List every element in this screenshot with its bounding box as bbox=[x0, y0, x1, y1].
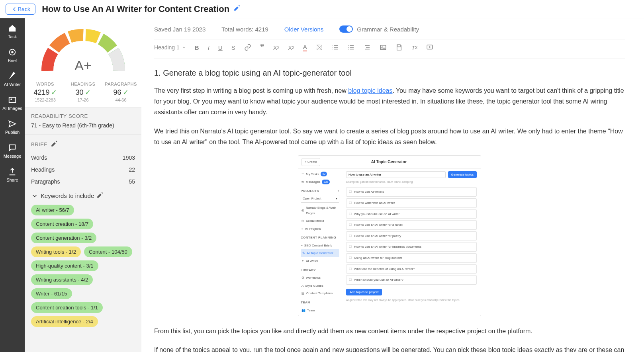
edit-title-icon[interactable] bbox=[233, 4, 241, 14]
target-icon bbox=[8, 48, 17, 57]
nav-rail: TaskBriefAI WriterAI ImagesPublishMessag… bbox=[0, 18, 25, 352]
svg-point-3 bbox=[10, 98, 12, 100]
embedded-screenshot: + Create AI Topic Generator ☰My Tasks40 … bbox=[298, 155, 481, 316]
keyword-pill[interactable]: Writing tools - 1/2 bbox=[31, 246, 81, 257]
send-icon bbox=[8, 119, 17, 128]
embed-topic-row: What are the benefits of using an AI wri… bbox=[346, 264, 477, 274]
document-content[interactable]: 1. Generate a blog topic using an AI top… bbox=[154, 59, 625, 352]
readability-section: READABILITY SCORE 71 - Easy to Read (6th… bbox=[25, 108, 141, 135]
embed-topic-row: Why you should use an AI writer bbox=[346, 209, 477, 219]
keyword-pills: Ai writer - 56/7Content creation - 18/7C… bbox=[31, 205, 135, 327]
underline-button[interactable]: U bbox=[218, 44, 223, 51]
sidebar: A+ WORDS 4219✓ 1522-2283 HEADINGS 30✓ 17… bbox=[25, 18, 141, 352]
older-versions-link[interactable]: Older Versions bbox=[284, 26, 323, 33]
chat-icon bbox=[8, 143, 17, 152]
embed-create-button: + Create bbox=[301, 158, 320, 166]
brief-row: Words1903 bbox=[31, 152, 135, 164]
italic-button[interactable]: I bbox=[208, 44, 209, 51]
top-header: Back How to Use An AI Writer for Content… bbox=[0, 0, 644, 18]
keyword-pill[interactable]: Content - 104/50 bbox=[84, 246, 132, 257]
doc-paragraph: If none of the topics appeal to you, run… bbox=[154, 344, 625, 352]
indent-button[interactable] bbox=[364, 44, 371, 51]
svg-point-5 bbox=[348, 45, 349, 46]
editor-toolbar: Heading 1 B I U S ❞ X2 X2 A Tx bbox=[154, 39, 625, 59]
keyword-pill[interactable]: Writing assistants - 4/2 bbox=[31, 274, 93, 285]
svg-rect-2 bbox=[9, 98, 16, 103]
comment-button[interactable] bbox=[426, 44, 433, 51]
nav-item-share[interactable]: Share bbox=[6, 167, 18, 182]
bold-button[interactable]: B bbox=[195, 44, 199, 51]
stat-headings: HEADINGS 30✓ 17-26 bbox=[64, 82, 102, 102]
keyword-pill[interactable]: Content creation - 18/7 bbox=[31, 219, 93, 229]
gauge-grade: A+ bbox=[35, 58, 131, 73]
blog-topic-link[interactable]: blog topic ideas bbox=[348, 87, 392, 94]
saved-label: Saved Jan 19 2023 bbox=[154, 26, 206, 33]
keyword-pill[interactable]: Content creation tools - 1/1 bbox=[31, 302, 103, 313]
doc-paragraph: From this list, you can pick the topics … bbox=[154, 326, 625, 336]
embed-topic-row: How to write with an AI writer bbox=[346, 198, 477, 208]
editor-area: Saved Jan 19 2023 Total words: 4219 Olde… bbox=[141, 18, 644, 352]
nav-item-task[interactable]: Task bbox=[8, 24, 17, 39]
brief-row: Paragraphs55 bbox=[31, 176, 135, 188]
link-button[interactable] bbox=[244, 44, 251, 51]
keywords-toggle[interactable]: Keywords to include bbox=[31, 192, 135, 200]
ordered-list-button[interactable] bbox=[332, 44, 339, 51]
embed-generate-button: Generate topics bbox=[448, 171, 477, 178]
strike-button[interactable]: S bbox=[231, 44, 235, 51]
doc-paragraph: We tried this on Narrato's AI topic gene… bbox=[154, 126, 625, 147]
edit-brief-icon[interactable] bbox=[51, 140, 58, 149]
embed-topic-row: How to use AI writers bbox=[346, 187, 477, 197]
save-button[interactable] bbox=[395, 44, 403, 51]
heading-dropdown[interactable]: Heading 1 bbox=[154, 44, 186, 51]
embed-topic-row: Using an AI writer for blog content bbox=[346, 253, 477, 263]
nav-item-message[interactable]: Message bbox=[4, 143, 22, 158]
grammar-label: Grammar & Readability bbox=[357, 26, 419, 33]
keyword-pill[interactable]: Ai writer - 56/7 bbox=[31, 205, 74, 215]
embed-topic-row: How to use an AI writer for poetry bbox=[346, 231, 477, 241]
embed-topic-row: How to use an AI writer for a novel bbox=[346, 220, 477, 230]
subscript-button[interactable]: X2 bbox=[273, 44, 280, 51]
page-title: How to Use An AI Writer for Content Crea… bbox=[42, 4, 229, 14]
chevron-left-icon bbox=[11, 6, 18, 13]
image-icon bbox=[8, 96, 17, 104]
stat-words: WORDS 4219✓ 1522-2283 bbox=[26, 82, 64, 102]
keyword-pill[interactable]: Artificial intelligence - 2/4 bbox=[31, 316, 98, 327]
nav-item-publish[interactable]: Publish bbox=[5, 119, 20, 135]
back-button[interactable]: Back bbox=[6, 4, 35, 15]
nav-item-ai-images[interactable]: AI Images bbox=[2, 96, 22, 111]
svg-point-7 bbox=[348, 49, 349, 49]
doc-heading: 1. Generate a blog topic using an AI top… bbox=[154, 66, 625, 80]
chevron-down-icon bbox=[31, 192, 38, 199]
embed-add-topics-button: Add topics to project bbox=[346, 289, 382, 295]
back-label: Back bbox=[18, 6, 30, 12]
doc-paragraph: The very first step in writing a blog po… bbox=[154, 85, 625, 118]
keyword-pill[interactable]: High-quality content - 3/1 bbox=[31, 260, 98, 271]
svg-point-1 bbox=[11, 51, 14, 53]
embed-topic-row: When should you use an AI writer? bbox=[346, 275, 477, 285]
editor-status-bar: Saved Jan 19 2023 Total words: 4219 Olde… bbox=[154, 25, 625, 33]
wand-icon bbox=[8, 72, 17, 80]
keyword-pill[interactable]: Content generation - 3/2 bbox=[31, 233, 96, 243]
grade-gauge: A+ bbox=[25, 18, 141, 79]
svg-point-6 bbox=[348, 47, 349, 48]
keyword-pill[interactable]: Writer - 61/15 bbox=[31, 288, 72, 299]
bullet-list-button[interactable] bbox=[348, 44, 355, 51]
stats-row: WORDS 4219✓ 1522-2283 HEADINGS 30✓ 17-26… bbox=[25, 79, 141, 108]
brief-row: Headings22 bbox=[31, 164, 135, 176]
grammar-toggle[interactable] bbox=[339, 25, 353, 33]
text-color-button[interactable]: A bbox=[303, 43, 307, 51]
clear-format-button[interactable]: Tx bbox=[411, 44, 417, 51]
highlight-button[interactable] bbox=[316, 44, 323, 51]
image-button[interactable] bbox=[380, 44, 387, 51]
quote-button[interactable]: ❞ bbox=[260, 43, 264, 52]
superscript-button[interactable]: X2 bbox=[288, 44, 294, 51]
edit-keywords-icon[interactable] bbox=[96, 192, 104, 200]
brief-section: BRIEF Words1903Headings22Paragraphs55 Ke… bbox=[25, 135, 141, 332]
nav-item-ai-writer[interactable]: AI Writer bbox=[4, 72, 21, 87]
upload-icon bbox=[8, 167, 17, 176]
stat-paragraphs: PARAGRAPHS 96✓ 44-66 bbox=[102, 82, 140, 102]
embed-topic-row: How to use an AI writer for business doc… bbox=[346, 242, 477, 252]
embed-theme-input bbox=[346, 171, 446, 178]
home-icon bbox=[8, 24, 17, 33]
nav-item-brief[interactable]: Brief bbox=[8, 48, 17, 63]
